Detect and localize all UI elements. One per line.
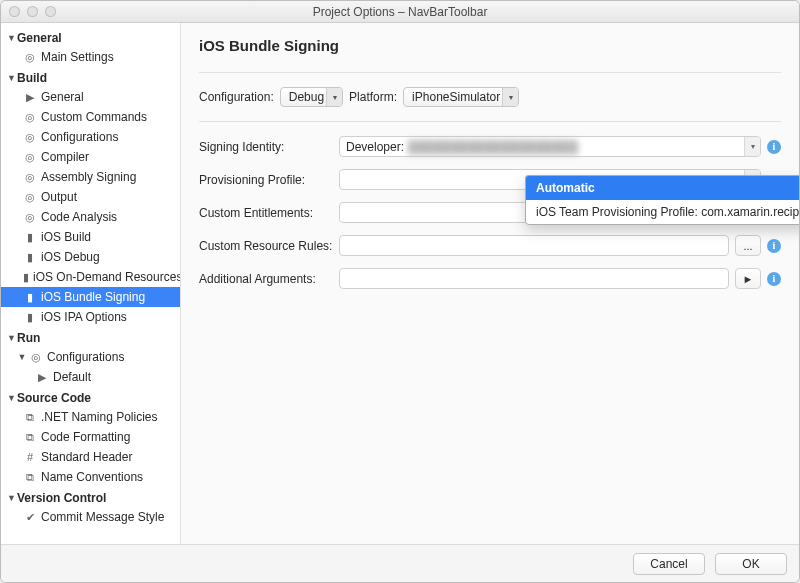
phone-icon: ▮: [23, 231, 37, 244]
info-icon[interactable]: i: [767, 239, 781, 253]
close-button[interactable]: [9, 6, 20, 17]
window-title: Project Options – NavBarToolbar: [1, 1, 799, 23]
sidebar-group-version-control[interactable]: ▼ Version Control: [1, 487, 180, 507]
gear-icon: ◎: [23, 151, 37, 164]
gear-icon: ◎: [23, 191, 37, 204]
gear-icon: ◎: [23, 111, 37, 124]
sidebar-group-build[interactable]: ▼ Build: [1, 67, 180, 87]
window-body: ▼ General ◎ Main Settings ▼ Build ▶Gener…: [1, 23, 799, 544]
config-platform-row: Configuration: Debug ▾ Platform: iPhoneS…: [199, 87, 781, 107]
sidebar-item-label: Standard Header: [41, 450, 132, 464]
disclosure-icon: ▼: [7, 73, 15, 83]
check-icon: ✔: [23, 511, 37, 524]
sidebar-group-source-code[interactable]: ▼ Source Code: [1, 387, 180, 407]
phone-icon: ▮: [23, 311, 37, 324]
sidebar-item-standard-header[interactable]: #Standard Header: [1, 447, 180, 467]
main-panel: iOS Bundle Signing Configuration: Debug …: [181, 23, 799, 544]
sidebar-item-output[interactable]: ◎Output: [1, 187, 180, 207]
sidebar-item-label: Compiler: [41, 150, 89, 164]
cancel-button[interactable]: Cancel: [633, 553, 705, 575]
sidebar[interactable]: ▼ General ◎ Main Settings ▼ Build ▶Gener…: [1, 23, 181, 544]
disclosure-icon: ▼: [7, 33, 15, 43]
sidebar-item-ios-build[interactable]: ▮iOS Build: [1, 227, 180, 247]
dropdown-option-automatic[interactable]: Automatic: [526, 176, 799, 200]
additional-arguments-input[interactable]: [339, 268, 729, 289]
sidebar-item-configurations[interactable]: ◎Configurations: [1, 127, 180, 147]
sidebar-item-label: Code Formatting: [41, 430, 130, 444]
sidebar-item-label: Default: [53, 370, 91, 384]
page-title: iOS Bundle Signing: [199, 37, 781, 54]
disclosure-icon: ▼: [7, 493, 15, 503]
sidebar-item-name-conventions[interactable]: ⧉Name Conventions: [1, 467, 180, 487]
chevron-down-icon: ▾: [502, 88, 518, 106]
sidebar-item-custom-commands[interactable]: ◎Custom Commands: [1, 107, 180, 127]
disclosure-icon: ▼: [17, 352, 27, 362]
signing-identity-select[interactable]: Developer: ████████████████████ ▾: [339, 136, 761, 157]
chevron-down-icon: ▾: [744, 137, 760, 156]
redacted-text: ████████████████████: [408, 140, 578, 154]
sidebar-item-ios-ipa[interactable]: ▮iOS IPA Options: [1, 307, 180, 327]
configuration-value: Debug: [289, 90, 324, 104]
gear-icon: ◎: [23, 171, 37, 184]
platform-value: iPhoneSimulator: [412, 90, 500, 104]
info-icon[interactable]: i: [767, 140, 781, 154]
sidebar-item-code-analysis[interactable]: ◎Code Analysis: [1, 207, 180, 227]
ok-button[interactable]: OK: [715, 553, 787, 575]
doc-icon: ⧉: [23, 411, 37, 424]
sidebar-item-main-settings[interactable]: ◎ Main Settings: [1, 47, 180, 67]
sidebar-item-label: iOS Build: [41, 230, 91, 244]
play-icon: ▶: [35, 371, 49, 384]
minimize-button[interactable]: [27, 6, 38, 17]
configuration-select[interactable]: Debug ▾: [280, 87, 343, 107]
sidebar-item-label: Configurations: [47, 350, 124, 364]
row-signing-identity: Signing Identity: Developer: ███████████…: [199, 136, 781, 157]
zoom-button[interactable]: [45, 6, 56, 17]
sidebar-item-assembly-signing[interactable]: ◎Assembly Signing: [1, 167, 180, 187]
row-custom-resource-rules: Custom Resource Rules: ... i: [199, 235, 781, 256]
sidebar-item-label: Output: [41, 190, 77, 204]
sidebar-item-commit-style[interactable]: ✔Commit Message Style: [1, 507, 180, 527]
row-additional-arguments: Additional Arguments: ► i: [199, 268, 781, 289]
phone-icon: ▮: [23, 271, 29, 284]
sidebar-item-build-general[interactable]: ▶General: [1, 87, 180, 107]
additional-arguments-menu-button[interactable]: ►: [735, 268, 761, 289]
sidebar-item-label: iOS IPA Options: [41, 310, 127, 324]
sidebar-item-code-formatting[interactable]: ⧉Code Formatting: [1, 427, 180, 447]
provisioning-profile-dropdown[interactable]: Automatic iOS Team Provisioning Profile:…: [525, 175, 799, 225]
provisioning-profile-label: Provisioning Profile:: [199, 173, 339, 187]
hash-icon: #: [23, 451, 37, 463]
phone-icon: ▮: [23, 251, 37, 264]
window-controls: [9, 6, 56, 17]
dropdown-option-team-profile[interactable]: iOS Team Provisioning Profile: com.xamar…: [526, 200, 799, 224]
custom-entitlements-label: Custom Entitlements:: [199, 206, 339, 220]
sidebar-item-ios-debug[interactable]: ▮iOS Debug: [1, 247, 180, 267]
sidebar-item-label: iOS Bundle Signing: [41, 290, 145, 304]
titlebar: Project Options – NavBarToolbar: [1, 1, 799, 23]
group-label: Source Code: [17, 391, 91, 405]
phone-icon: ▮: [23, 291, 37, 304]
platform-select[interactable]: iPhoneSimulator ▾: [403, 87, 519, 107]
sidebar-item-run-configurations[interactable]: ▼ ◎ Configurations: [1, 347, 180, 367]
info-icon[interactable]: i: [767, 272, 781, 286]
group-label: Run: [17, 331, 40, 345]
group-label: General: [17, 31, 62, 45]
gear-icon: ◎: [23, 131, 37, 144]
sidebar-item-label: Code Analysis: [41, 210, 117, 224]
signing-identity-label: Signing Identity:: [199, 140, 339, 154]
sidebar-item-ios-odr[interactable]: ▮iOS On-Demand Resources: [1, 267, 180, 287]
custom-resource-rules-label: Custom Resource Rules:: [199, 239, 339, 253]
custom-resource-rules-input[interactable]: [339, 235, 729, 256]
disclosure-icon: ▼: [7, 393, 15, 403]
sidebar-group-run[interactable]: ▼ Run: [1, 327, 180, 347]
browse-resource-rules-button[interactable]: ...: [735, 235, 761, 256]
sidebar-item-compiler[interactable]: ◎Compiler: [1, 147, 180, 167]
project-options-window: Project Options – NavBarToolbar ▼ Genera…: [0, 0, 800, 583]
sidebar-item-net-naming[interactable]: ⧉.NET Naming Policies: [1, 407, 180, 427]
sidebar-item-label: Assembly Signing: [41, 170, 136, 184]
platform-label: Platform:: [349, 90, 397, 104]
sidebar-group-general[interactable]: ▼ General: [1, 27, 180, 47]
sidebar-item-run-default[interactable]: ▶ Default: [1, 367, 180, 387]
gear-icon: ◎: [29, 351, 43, 364]
sidebar-item-ios-bundle-signing[interactable]: ▮iOS Bundle Signing: [1, 287, 180, 307]
sidebar-item-label: Commit Message Style: [41, 510, 164, 524]
